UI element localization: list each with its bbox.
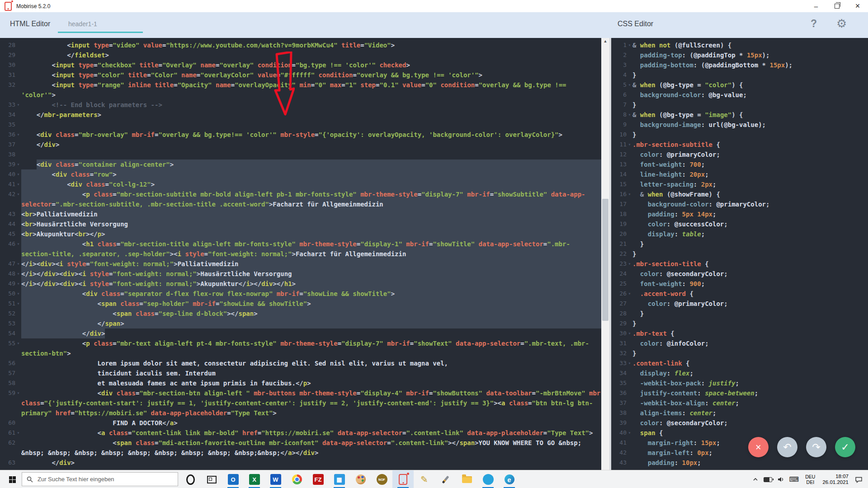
fold-arrow-icon[interactable]: ▾: [15, 289, 21, 299]
code-line[interactable]: 12 color: @primaryColor;: [611, 150, 868, 160]
code-line[interactable]: 52 <span class="sep-line d-block"></span…: [0, 309, 601, 319]
code-line[interactable]: 47▾</i><div><i style="font-weight: norma…: [0, 259, 601, 269]
code-line[interactable]: 'color'">: [0, 90, 601, 100]
code-line[interactable]: 40▾ <div class="row">: [0, 169, 601, 179]
code-line[interactable]: 31 <input type="color" title="Color" nam…: [0, 70, 601, 80]
file-explorer-icon[interactable]: [456, 470, 477, 488]
code-line[interactable]: 14 line-height: 20px;: [611, 169, 868, 179]
code-line[interactable]: 34 display: flex;: [611, 368, 868, 378]
code-line[interactable]: 43 padding: 10px;: [611, 458, 868, 468]
scrollbar-up-arrow-icon[interactable]: ▲: [601, 39, 609, 43]
taskbar-search-input[interactable]: Zur Suche Text hier eingeben: [22, 472, 178, 486]
language-indicator[interactable]: DEU DEI: [802, 474, 819, 485]
code-line[interactable]: 57 tincidunt iaculis sem. Interdum: [0, 368, 601, 378]
fold-arrow-icon[interactable]: ▾: [15, 269, 21, 279]
fold-arrow-icon[interactable]: ▾: [15, 338, 21, 348]
chat-app-icon[interactable]: [477, 470, 499, 488]
fold-arrow-icon[interactable]: ▾: [15, 428, 21, 438]
battery-icon[interactable]: [761, 470, 775, 488]
apply-button[interactable]: ✓: [835, 437, 855, 457]
fold-arrow-icon[interactable]: ▾: [627, 189, 632, 199]
code-line[interactable]: 5▾& when (@bg-type = "color") {: [611, 80, 868, 90]
code-line[interactable]: 37 -webkit-box-align: center;: [611, 398, 868, 408]
code-line[interactable]: 33▾ <!-- End block parameters -->: [0, 100, 601, 110]
fold-arrow-icon[interactable]: ▾: [15, 179, 21, 189]
task-view-icon[interactable]: [201, 470, 222, 488]
blue-app-icon[interactable]: ▦: [329, 470, 350, 488]
code-line[interactable]: 53 </span>: [0, 319, 601, 328]
code-line[interactable]: 35: [0, 120, 601, 130]
code-line[interactable]: 55▾ <p class="mbr-text align-left pt-4 m…: [0, 338, 601, 348]
fold-arrow-icon[interactable]: ▾: [627, 40, 632, 50]
code-line[interactable]: 24 color: @secondaryColor;: [611, 269, 868, 279]
code-line[interactable]: 30 <input type="checkbox" title="Overlay…: [0, 60, 601, 70]
settings-gear-icon[interactable]: ⚙: [836, 17, 847, 31]
code-line[interactable]: primary" href="https://mobiri.se" data-a…: [0, 408, 601, 418]
volume-icon[interactable]: [775, 470, 787, 488]
code-line[interactable]: 23▾.mbr-section-title {: [611, 259, 868, 269]
fold-arrow-icon[interactable]: ▾: [15, 239, 21, 249]
notification-center-icon[interactable]: [852, 470, 868, 488]
undo-button[interactable]: ↶: [777, 437, 797, 457]
code-line[interactable]: 41▾ <div class="col-lg-12">: [0, 179, 601, 189]
code-line[interactable]: class="{'justify-content-start': justify…: [0, 398, 601, 408]
outlook-icon[interactable]: O: [222, 470, 244, 488]
fold-arrow-icon[interactable]: ▾: [15, 169, 21, 179]
edge-icon[interactable]: e: [499, 470, 520, 488]
code-line[interactable]: 56 Lorem ipsum dolor sit amet, consectet…: [0, 358, 601, 368]
fold-arrow-icon[interactable]: ▾: [15, 279, 21, 289]
redo-button[interactable]: ↷: [806, 437, 826, 457]
tray-chevron-up-icon[interactable]: [750, 470, 761, 488]
code-line[interactable]: 42▾ <p class="mbr-section-subtitle mbr-b…: [0, 189, 601, 199]
fold-arrow-icon[interactable]: ▾: [15, 189, 21, 199]
editor-scrollbar[interactable]: ▲: [601, 38, 609, 470]
fold-arrow-icon[interactable]: ▾: [15, 299, 21, 309]
discard-button[interactable]: ×: [748, 437, 769, 457]
keyboard-icon[interactable]: ⌨: [787, 470, 802, 488]
css-code-editor[interactable]: 1▾& when not (@fullScreen) {2 padding-to…: [611, 38, 868, 470]
code-line[interactable]: 34 </mbr-parameters>: [0, 110, 601, 120]
opera-icon[interactable]: [180, 470, 201, 488]
code-line[interactable]: 10}: [611, 130, 868, 140]
fold-arrow-icon[interactable]: ▾: [15, 388, 21, 398]
fold-arrow-icon[interactable]: ▾: [15, 259, 21, 269]
help-icon[interactable]: ?: [811, 18, 817, 30]
code-line[interactable]: 36 justify-content: space-between;: [611, 388, 868, 398]
scrollbar-thumb[interactable]: [602, 199, 609, 321]
code-line[interactable]: 51▾ <span class="sep-holder" mbr-if="sho…: [0, 299, 601, 309]
code-line[interactable]: 32}: [611, 348, 868, 358]
code-line[interactable]: 32 <input type="range" inline title="Opa…: [0, 80, 601, 90]
code-line[interactable]: 11▾.mbr-section-subtitle {: [611, 140, 868, 150]
code-line[interactable]: 7}: [611, 100, 868, 110]
code-line[interactable]: 17 background-color: @primaryColor;: [611, 199, 868, 209]
code-line[interactable]: 2 padding-top: (@paddingTop * 15px);: [611, 50, 868, 60]
filezilla-icon[interactable]: FZ: [307, 470, 329, 488]
excel-icon[interactable]: X: [244, 470, 265, 488]
fold-arrow-icon[interactable]: ▾: [627, 140, 632, 150]
code-line[interactable]: section-title, .separator, .sep-holder">…: [0, 249, 601, 259]
fold-arrow-icon[interactable]: ▾: [15, 100, 21, 110]
code-line[interactable]: 49▾</i></div><div><i style="font-weight:…: [0, 279, 601, 289]
code-line[interactable]: 15 letter-spacing: 2px;: [611, 179, 868, 189]
code-line[interactable]: 54 </div>: [0, 328, 601, 338]
code-line[interactable]: 31 color: @infoColor;: [611, 338, 868, 348]
code-line[interactable]: 59▾ <div class="mbr-section-btn align-le…: [0, 388, 601, 398]
tab-header1-1[interactable]: header1-1: [68, 20, 97, 28]
code-line[interactable]: 21 }: [611, 239, 868, 249]
close-button[interactable]: ×: [847, 0, 868, 12]
code-line[interactable]: 6 background-color: @bg-value;: [611, 90, 868, 100]
fold-arrow-icon[interactable]: ▾: [627, 328, 632, 338]
code-line[interactable]: 25 font-weight: 900;: [611, 279, 868, 289]
minimize-button[interactable]: –: [806, 0, 826, 12]
code-line[interactable]: 19 color: @successColor;: [611, 219, 868, 229]
code-line[interactable]: 20 display: table;: [611, 229, 868, 239]
code-line[interactable]: 38 align-items: center;: [611, 408, 868, 418]
fold-arrow-icon[interactable]: ▾: [15, 130, 21, 140]
fold-arrow-icon[interactable]: ▾: [627, 80, 632, 90]
code-line[interactable]: 60 FIND A DOCTOR</a>: [0, 418, 601, 428]
code-line[interactable]: 45<br>Akupunktur<br></p>: [0, 229, 601, 239]
word-icon[interactable]: W: [265, 470, 286, 488]
code-line[interactable]: 46▾ <h1 class="mbr-section-title align-l…: [0, 239, 601, 249]
code-line[interactable]: 58 et malesuada fames ac ante ipsum prim…: [0, 378, 601, 388]
code-line[interactable]: 29}: [611, 319, 868, 328]
